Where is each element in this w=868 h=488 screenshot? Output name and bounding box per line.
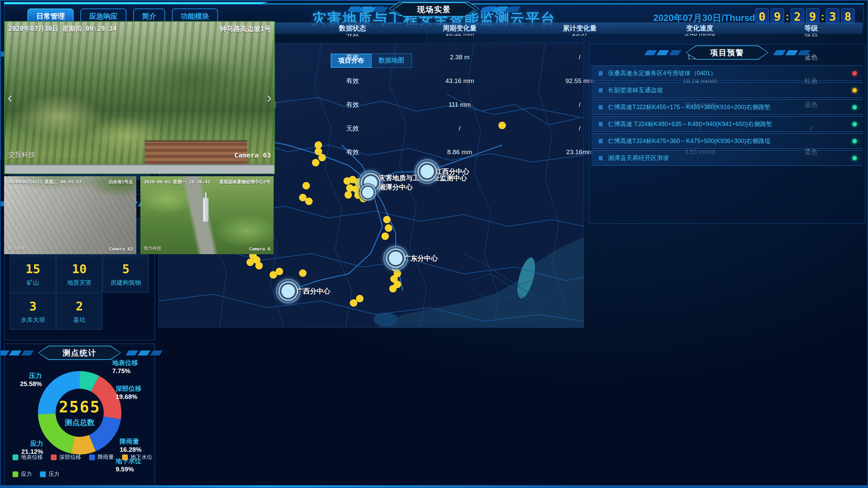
warning-row[interactable]: 仁博高速 TJ24标K480+635～K480+940(K941+650)右侧路… [591,116,863,132]
warning-row[interactable]: 仁博高速TJ24标K475+360～K475+500(K936+300)右侧路堤 [591,133,863,149]
camera-name: 钟马路高边坡1号 [220,24,271,34]
warning-bullet [599,156,603,160]
alarm-cell: / [400,125,520,132]
warning-text: 仁博高速 TJ24标K480+635～K480+940(K941+650)右侧路… [608,120,852,128]
alarm-cell: 2.38 m [400,54,520,61]
warning-bullet [599,105,603,109]
warnings-header: 项目预警 [589,45,865,60]
warning-row[interactable]: 仁博高速TJ22标K455+175～K455+360(K916+200)右侧路堑 [591,99,863,115]
warning-status-dot [852,156,857,160]
camera-brand: 致力科技 [144,245,161,251]
alarm-cell: 111 mm [400,101,520,108]
warnings-title: 项目预警 [687,46,768,59]
alarm-cell: 5.46 mm/d [640,34,760,37]
alarm-cell: 有效 [305,77,400,85]
alarm-column-header: 周期变化量 [400,24,520,33]
camera-scene-building [145,140,247,164]
alarm-cell: 无效 [305,124,400,133]
warning-row[interactable]: 长韶娄道林互通边坡 [591,82,863,98]
alarm-column-header: 累计变化量 [520,24,640,33]
camera-scene-road [5,164,274,174]
camera-main-view[interactable]: 2020年07月30日 星期四 09:29:34 钟马路高边坡1号 交投科技 C… [4,21,275,174]
camera-timestamp: 2020-06-01 星期一 18:36:41 [144,179,210,185]
alarm-cell: 15.97 [520,34,640,37]
alarm-cell: 有效 [305,100,400,109]
header-deco-right [480,7,517,12]
warning-status-dot [852,139,857,143]
warning-status-dot [852,88,857,93]
alarm-cell: 橙色 [760,34,863,38]
camera-id: Camera 63 [234,151,271,159]
warning-bullet [599,139,603,143]
cameras-header: 现场实景 [1,2,867,17]
warning-text: 湘潭县天易经开区滑坡 [608,154,852,162]
warning-status-dot [852,105,857,109]
warning-bullet [599,88,603,93]
header-deco-right [773,50,810,55]
warning-panel: 项目预警 张桑高速永定服务区4号滑坡体（0401）长韶娄道林互通边坡仁博高速TJ… [589,44,865,224]
header-deco-left [351,7,388,12]
warning-text: 长韶娄道林互通边坡 [608,86,852,94]
camera-small-view-1[interactable]: 2020年06月02日 星期二 06:55:57 泊水坝1号点 致力科技 Cam… [4,176,136,254]
warning-status-dot [852,71,857,76]
warning-text: 张桑高速永定服务区4号滑坡体（0401） [608,69,852,77]
alarm-cell: 43.16 mm [400,77,520,85]
warning-row[interactable]: 张桑高速永定服务区4号滑坡体（0401） [591,65,863,81]
camera-id: Camera 6 [249,246,270,251]
warning-text: 仁博高速TJ22标K455+175～K455+360(K916+200)右侧路堑 [608,103,852,111]
warning-row[interactable]: 湘潭县天易经开区滑坡 [591,150,863,166]
camera-name: 泊水坝1号点 [108,179,133,185]
alarm-cell: 8.86 mm [400,148,520,156]
warning-text: 仁博高速TJ24标K475+360～K475+500(K936+300)右侧路堤 [608,137,852,145]
camera-id: Camera 62 [109,246,133,251]
camera-brand: 致力科技 [7,245,25,251]
header-deco-left [645,50,681,55]
cameras-title: 现场实景 [393,3,475,16]
dashboard-page: 日常管理应急响应简介功能模块 灾害地质与工程安全智能监测云平台 2020年07月… [0,0,868,488]
footer-line [1,485,867,487]
alarm-column-header: 数据状态 [305,24,400,33]
camera-brand: 交投科技 [8,150,35,159]
alarm-cell: 有效 [305,53,400,62]
camera-timestamp: 2020年07月30日 星期四 09:29:34 [8,24,117,33]
alarm-cell: 有效 [305,148,400,157]
warning-list: 张桑高速永定服务区4号滑坡体（0401）长韶娄道林互通边坡仁博高速TJ22标K4… [591,65,863,167]
alarm-cell: 10.12 mm [400,34,520,37]
camera-prev-arrow[interactable]: ‹ [7,89,13,106]
camera-next-arrow[interactable]: › [267,89,272,106]
warning-status-dot [852,122,857,126]
warning-bullet [599,122,603,126]
camera-timestamp: 2020年06月02日 星期二 06:55:57 [7,179,82,185]
alarm-column-header: 等级 [760,24,863,33]
warning-bullet [599,71,603,76]
camera-name: 娄底固体废物处理中心2号 [219,179,270,185]
alarm-cell: 有效 [305,34,400,38]
camera-scene-pillar [203,198,209,222]
alarm-column-header: 变化速度 [640,24,760,33]
camera-small-view-2[interactable]: 2020-06-01 星期一 18:36:41 娄底固体废物处理中心2号 致力科… [140,176,274,254]
